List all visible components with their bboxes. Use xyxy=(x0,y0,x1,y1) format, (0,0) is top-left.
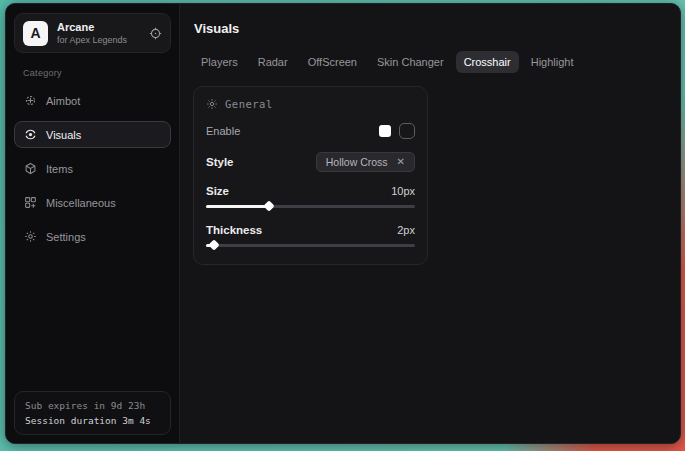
thickness-value: 2px xyxy=(397,224,415,236)
sidebar-item-label: Aimbot xyxy=(46,95,80,107)
style-label: Style xyxy=(206,156,234,168)
slider-fill xyxy=(206,205,269,208)
sidebar-item-miscellaneous[interactable]: Miscellaneous xyxy=(14,189,171,216)
sidebar-item-label: Visuals xyxy=(46,129,81,141)
sidebar-item-items[interactable]: Items xyxy=(14,155,171,182)
category-label: Category xyxy=(23,68,171,78)
slider-thumb[interactable] xyxy=(263,200,274,211)
tab-players[interactable]: Players xyxy=(193,51,246,73)
thickness-label: Thickness xyxy=(206,224,262,236)
enable-row: Enable xyxy=(206,123,415,139)
sidebar-item-label: Items xyxy=(46,163,73,175)
eye-scan-icon xyxy=(24,128,37,141)
color-swatch[interactable] xyxy=(379,125,391,137)
slider-track xyxy=(206,244,415,247)
subscription-info-box: Sub expires in 9d 23h Session duration 3… xyxy=(14,391,171,435)
size-value: 10px xyxy=(391,185,415,197)
tab-skin-changer[interactable]: Skin Changer xyxy=(369,51,452,73)
sidebar-item-settings[interactable]: Settings xyxy=(14,223,171,250)
crosshair-icon xyxy=(24,94,37,107)
general-settings-icon xyxy=(206,98,218,110)
thickness-slider[interactable] xyxy=(206,240,415,250)
gear-icon xyxy=(24,230,37,243)
enable-checkbox[interactable] xyxy=(399,123,415,139)
sidebar-item-visuals[interactable]: Visuals xyxy=(14,121,171,148)
brand-text: Arcane for Apex Legends xyxy=(57,21,140,46)
tab-radar[interactable]: Radar xyxy=(250,51,296,73)
general-panel: General Enable Style Hollow Cross ✕ Size xyxy=(193,86,428,265)
app-logo: A xyxy=(23,21,48,46)
close-icon[interactable]: ✕ xyxy=(397,157,405,167)
style-value: Hollow Cross xyxy=(326,156,388,168)
size-slider[interactable] xyxy=(206,201,415,211)
target-icon[interactable] xyxy=(149,27,162,40)
session-duration-text: Session duration 3m 4s xyxy=(25,415,160,426)
brand-card: A Arcane for Apex Legends xyxy=(14,13,171,53)
style-row: Style Hollow Cross ✕ xyxy=(206,152,415,172)
style-select-chip[interactable]: Hollow Cross ✕ xyxy=(316,152,415,172)
sidebar-item-label: Settings xyxy=(46,231,86,243)
enable-label: Enable xyxy=(206,125,240,137)
size-group: Size 10px xyxy=(206,185,415,211)
page-title: Visuals xyxy=(194,21,666,36)
enable-controls xyxy=(379,123,415,139)
sub-expires-text: Sub expires in 9d 23h xyxy=(25,400,160,411)
main-content: Visuals Players Radar OffScreen Skin Cha… xyxy=(180,4,680,443)
app-window: A Arcane for Apex Legends Category Aimbo… xyxy=(5,3,681,444)
tab-highlight[interactable]: Highlight xyxy=(523,51,582,73)
sidebar-item-label: Miscellaneous xyxy=(46,197,116,209)
sidebar: A Arcane for Apex Legends Category Aimbo… xyxy=(6,4,180,443)
app-subtitle: for Apex Legends xyxy=(57,35,140,45)
slider-thumb[interactable] xyxy=(209,239,220,250)
tab-crosshair[interactable]: Crosshair xyxy=(456,51,519,73)
box-icon xyxy=(24,162,37,175)
tab-bar: Players Radar OffScreen Skin Changer Cro… xyxy=(193,51,666,73)
size-label: Size xyxy=(206,185,229,197)
sidebar-item-aimbot[interactable]: Aimbot xyxy=(14,87,171,114)
app-title: Arcane xyxy=(57,21,140,34)
panel-header: General xyxy=(206,98,415,110)
thickness-group: Thickness 2px xyxy=(206,224,415,250)
panel-title: General xyxy=(225,98,273,110)
grid-icon xyxy=(24,196,37,209)
tab-offscreen[interactable]: OffScreen xyxy=(300,51,365,73)
